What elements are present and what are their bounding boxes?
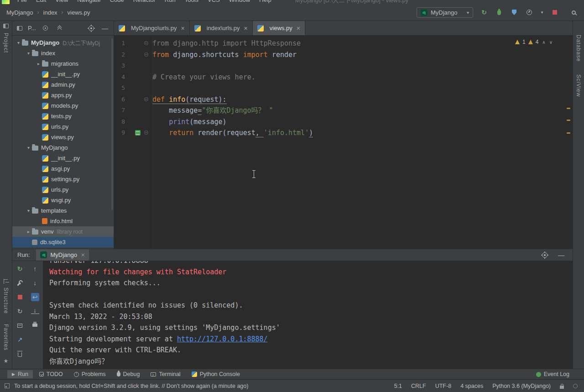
toolwindow-button-run[interactable]: Run	[7, 370, 33, 378]
scrollbar-warning-mark[interactable]	[567, 120, 570, 121]
menu-item-run[interactable]: Run	[160, 0, 180, 3]
run-console-output[interactable]: runserver 127.0.0.1:8888Watching for fil…	[43, 261, 573, 369]
code-line-3[interactable]: 3	[114, 60, 573, 72]
run-config-select[interactable]: MyDjango ▾	[417, 7, 473, 18]
scroll-to-end-button[interactable]	[31, 307, 39, 314]
stripe-button-database[interactable]: Database	[575, 35, 582, 62]
stripe-button-favorites[interactable]: Favorites	[3, 324, 9, 350]
tree-item-db-sqlite3[interactable]: db.sqlite3	[12, 237, 114, 247]
stripe-button-structure[interactable]: Structure	[3, 287, 9, 314]
status-5-1[interactable]: 5:1	[394, 383, 402, 389]
inspection-widget[interactable]: 1 4 ∧ ∨	[515, 39, 553, 45]
hide-project-panel-button[interactable]	[101, 24, 109, 32]
code-line-8[interactable]: 8 print(message)	[114, 116, 573, 128]
status-utf-8[interactable]: UTF-8	[435, 383, 451, 389]
debug-button[interactable]	[495, 8, 503, 16]
server-url-link[interactable]: http://127.0.0.1:8888/	[177, 335, 268, 343]
tree-item-urls-py[interactable]: urls.py	[12, 121, 114, 132]
menu-item-edit[interactable]: Edit	[31, 0, 51, 3]
tree-collapse-arrow-icon[interactable]: ▾	[25, 208, 32, 213]
tree-item-tests-py[interactable]: tests.py	[12, 111, 114, 121]
coverage-button[interactable]	[510, 8, 518, 16]
breadcrumb-views-py[interactable]: views.py	[68, 9, 90, 16]
run-tab-mydjango[interactable]: MyDjango ×	[36, 249, 89, 261]
run-configuration-settings-button[interactable]	[16, 279, 24, 287]
hide-run-panel-button[interactable]	[557, 251, 565, 259]
tree-item-urls-py[interactable]: urls.py	[12, 184, 114, 195]
stripe-button-sciview[interactable]: SciView	[575, 74, 582, 97]
fold-marker-icon[interactable]	[144, 41, 148, 45]
search-everywhere-button[interactable]	[569, 8, 578, 16]
project-view-dropdown[interactable]: P...	[28, 25, 36, 31]
tab-close-icon[interactable]: ×	[181, 25, 184, 32]
pin-tab-button[interactable]	[16, 335, 24, 344]
tab-close-icon[interactable]: ×	[297, 25, 300, 32]
profiler-dropdown-icon[interactable]: ▾	[540, 8, 544, 16]
status-python-3-6-mydjango[interactable]: Python 3.6 (MyDjango)	[492, 383, 551, 389]
code-editor[interactable]: 1from django.http import HttpResponse2fr…	[114, 36, 573, 249]
select-opened-file-button[interactable]	[42, 24, 50, 32]
restart-server-button[interactable]	[16, 307, 24, 315]
tab-close-icon[interactable]: ×	[81, 251, 85, 258]
code-line-7[interactable]: 7 message="你喜欢Django吗？ "	[114, 105, 573, 116]
stop-server-button[interactable]	[16, 293, 24, 301]
rerun-server-button[interactable]	[16, 265, 24, 273]
code-line-2[interactable]: 2from django.shortcuts import render	[114, 49, 573, 61]
fold-marker-icon[interactable]	[144, 131, 148, 135]
tree-item-views-py[interactable]: views.py	[12, 132, 114, 142]
menu-item-view[interactable]: View	[51, 0, 73, 3]
tree-item-models-py[interactable]: models.py	[12, 100, 114, 111]
project-toolwindow-icon[interactable]	[3, 24, 9, 28]
toolwindow-button-terminal[interactable]: Terminal	[146, 370, 185, 378]
status-crlf[interactable]: CRLF	[411, 383, 426, 389]
print-console-button[interactable]	[31, 320, 39, 328]
show-running-list-button[interactable]	[16, 321, 24, 329]
code-line-5[interactable]: 5	[114, 83, 573, 94]
profiler-button[interactable]	[525, 8, 533, 16]
tree-collapse-arrow-icon[interactable]: ▾	[25, 51, 32, 56]
tree-item-venv[interactable]: ▸venvlibrary root	[12, 226, 114, 237]
run-settings-button[interactable]	[541, 251, 549, 259]
tree-item-info-html[interactable]: info.html	[12, 216, 114, 226]
code-line-4[interactable]: 4# Create your views here.	[114, 72, 573, 83]
menu-item-navigate[interactable]: Navigate	[73, 0, 105, 3]
clear-console-button[interactable]	[16, 350, 24, 358]
toolwindow-button-event-log[interactable]: Event Log	[532, 370, 574, 378]
tree-item-wsgi-py[interactable]: wsgi.py	[12, 195, 114, 205]
stop-button[interactable]	[551, 8, 559, 16]
tree-item-migrations[interactable]: ▸migrations	[12, 58, 114, 69]
scrollbar-warning-mark[interactable]	[567, 132, 570, 134]
fold-marker-icon[interactable]	[144, 97, 148, 101]
menu-item-refactor[interactable]: Refactor	[129, 0, 160, 3]
code-line-1[interactable]: 1from django.http import HttpResponse	[114, 38, 573, 49]
tree-item-apps-py[interactable]: apps.py	[12, 90, 114, 100]
structure-icon[interactable]	[4, 279, 9, 284]
menu-item-code[interactable]: Code	[105, 0, 129, 3]
tree-item-admin-py[interactable]: admin.py	[12, 79, 114, 90]
lock-icon[interactable]	[560, 386, 564, 389]
background-tasks-indicator-icon[interactable]	[573, 384, 578, 388]
collapse-all-button[interactable]	[55, 24, 63, 32]
code-line-9[interactable]: 9 return render(request, 'info.html')	[114, 127, 573, 139]
menu-item-help[interactable]: Help	[255, 0, 276, 3]
next-warning-button[interactable]: ∨	[549, 40, 553, 45]
tree-item-init-py[interactable]: __init__.py	[12, 69, 114, 79]
tree-collapse-arrow-icon[interactable]: ▾	[15, 40, 22, 45]
project-tree-scrollbar[interactable]	[111, 38, 113, 210]
editor-tab-views-py[interactable]: views.py×	[253, 21, 305, 35]
menu-item-file[interactable]: File	[13, 0, 31, 3]
favorites-star-icon[interactable]: ★	[4, 358, 9, 364]
tab-close-icon[interactable]: ×	[244, 25, 248, 32]
breadcrumb-mydjango[interactable]: MyDjango	[6, 9, 33, 16]
scrollbar-warning-mark[interactable]	[567, 108, 570, 109]
editor-tab-mydjango-urls-py[interactable]: MyDjango\urls.py×	[114, 21, 190, 35]
editor-tab-index-urls-py[interactable]: index\urls.py×	[190, 21, 253, 35]
status-4-spaces[interactable]: 4 spaces	[460, 383, 483, 389]
down-stack-trace-button[interactable]	[31, 279, 39, 287]
stripe-button-project[interactable]: Project	[3, 33, 9, 53]
tree-item-mydjango[interactable]: ▾MyDjango	[12, 142, 114, 153]
toolwindow-button-python-console[interactable]: Python Console	[187, 370, 245, 378]
tree-item-templates[interactable]: ▾templates	[12, 205, 114, 216]
toolwindow-button-debug[interactable]: Debug	[112, 370, 145, 378]
tree-item-mydjango[interactable]: ▾MyDjangoD:\大二下\MyDj	[12, 37, 114, 48]
